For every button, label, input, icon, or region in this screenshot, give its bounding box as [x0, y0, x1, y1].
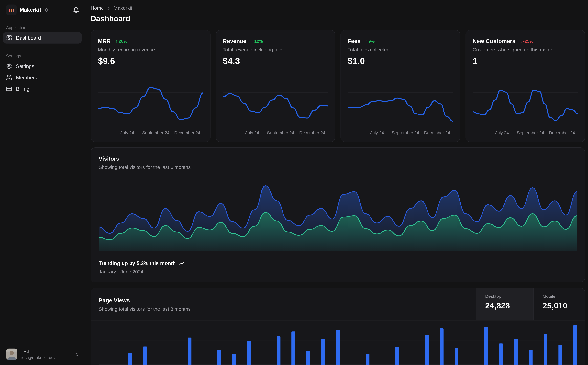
stat-card-value: $9.6 [98, 56, 203, 66]
page-title: Dashboard [91, 14, 585, 23]
trend-badge: ↓ -25% [520, 39, 533, 43]
stat-card-value: $4.3 [223, 56, 328, 66]
nav-group-label-application: Application [3, 25, 82, 30]
stat-card-sparkline [98, 81, 203, 126]
visitors-trend-text: Trending up by 5.2% this month [99, 260, 176, 266]
x-axis-tick: September 24 [392, 130, 419, 135]
chevron-right-icon [106, 6, 111, 10]
visitors-title: Visitors [99, 155, 577, 162]
x-axis-tick: July 24 [370, 130, 384, 135]
stat-card-fees: Fees ↑ 9% Total fees collected $1.0 July… [340, 30, 460, 142]
page-views-title: Page Views [99, 297, 468, 304]
credit-card-icon [6, 86, 12, 92]
bell-icon [73, 7, 79, 13]
page-views-card: Page Views Showing total visitors for th… [91, 288, 585, 365]
breadcrumb-home-link[interactable]: Home [91, 5, 104, 11]
visitors-header: Visitors Showing total visitors for the … [91, 148, 585, 177]
trending-up-icon [179, 260, 184, 266]
sparkline-x-axis: July 24 September 24 December 24 [98, 130, 203, 136]
stat-toggle-label: Mobile [543, 294, 581, 298]
x-axis-tick: July 24 [495, 130, 509, 135]
stat-card-sparkline [348, 81, 453, 126]
page-views-header: Page Views Showing total visitors for th… [91, 288, 585, 321]
stat-toggle-label: Desktop [485, 294, 529, 298]
stat-card-sparkline [473, 81, 578, 126]
trend-badge: ↑ 12% [251, 39, 263, 43]
chevrons-up-down-icon [44, 7, 49, 12]
sidebar-item-settings[interactable]: Settings [3, 61, 82, 72]
sidebar-item-dashboard[interactable]: Dashboard [3, 32, 82, 43]
breadcrumb: Home Makerkit [91, 5, 585, 11]
x-axis-tick: December 24 [424, 130, 450, 135]
nav-group-label-settings: Settings [3, 54, 82, 58]
x-axis-tick: September 24 [517, 130, 544, 135]
trend-badge: ↑ 20% [115, 39, 127, 43]
page-views-subtitle: Showing total visitors for the last 3 mo… [99, 306, 468, 312]
user-name: test [21, 349, 55, 354]
stat-card-description: Customers who signed up this month [473, 47, 578, 52]
trend-arrow-icon: ↑ [115, 39, 118, 43]
trend-value: -25% [523, 39, 533, 43]
trend-value: 20% [119, 39, 127, 43]
x-axis-tick: December 24 [174, 130, 201, 135]
visitors-chart [91, 177, 585, 252]
sidebar-item-label: Members [16, 75, 37, 80]
stat-card-title: MRR [98, 38, 111, 44]
nav-group-application: Dashboard [3, 32, 82, 43]
chevrons-up-down-icon [75, 352, 79, 356]
x-axis-tick: July 24 [245, 130, 259, 135]
page-views-stat-mobile[interactable]: Mobile 25,010 [533, 288, 585, 320]
trend-arrow-icon: ↑ [365, 39, 367, 43]
stat-card-description: Total fees collected [348, 47, 453, 52]
sidebar-item-billing[interactable]: Billing [3, 83, 82, 95]
visitors-card: Visitors Showing total visitors for the … [91, 147, 585, 282]
page-views-chart [91, 321, 585, 365]
workspace-selector[interactable]: m Makerkit [6, 5, 49, 15]
stat-card-new-customers: New Customers ↓ -25% Customers who signe… [465, 30, 585, 142]
trend-value: 9% [368, 39, 375, 43]
visitors-area-chart [99, 179, 577, 252]
makerkit-logo: m [6, 5, 17, 15]
sparkline-chart [98, 81, 203, 126]
stat-card-description: Monthly recurring revenue [98, 47, 203, 52]
x-axis-tick: December 24 [549, 130, 575, 135]
sparkline-x-axis: July 24 September 24 December 24 [348, 130, 453, 136]
stat-toggle-value: 25,010 [543, 301, 581, 310]
stat-card-title: Fees [348, 38, 360, 44]
stat-card-value: 1 [473, 56, 578, 66]
notifications-button[interactable] [73, 7, 79, 13]
sidebar-header: m Makerkit [0, 5, 85, 15]
user-menu[interactable]: test test@makerkit.dev [0, 344, 85, 365]
makerkit-logo-letter: m [8, 7, 14, 13]
user-meta: test test@makerkit.dev [21, 349, 55, 360]
sparkline-x-axis: July 24 September 24 December 24 [473, 130, 578, 136]
page-views-titles: Page Views Showing total visitors for th… [91, 288, 476, 320]
sidebar: m Makerkit Application Dashboard Setting… [0, 0, 85, 365]
stat-card-title: New Customers [473, 38, 515, 44]
page-views-stat-desktop[interactable]: Desktop 24,828 [476, 288, 533, 320]
stat-card-mrr: MRR ↑ 20% Monthly recurring revenue $9.6… [91, 30, 210, 142]
trend-arrow-icon: ↓ [520, 39, 522, 43]
x-axis-tick: September 24 [267, 130, 294, 135]
visitors-subtitle: Showing total visitors for the last 6 mo… [99, 164, 577, 170]
x-axis-tick: July 24 [120, 130, 134, 135]
stat-card-revenue: Revenue ↑ 12% Total revenue including fe… [215, 30, 335, 142]
x-axis-tick: December 24 [299, 130, 325, 135]
stat-toggle-value: 24,828 [485, 301, 529, 310]
sparkline-chart [223, 81, 328, 126]
sparkline-x-axis: July 24 September 24 December 24 [223, 130, 328, 136]
sidebar-item-label: Billing [16, 86, 29, 92]
layout-dashboard-icon [6, 35, 12, 41]
app-root: m Makerkit Application Dashboard Setting… [0, 0, 588, 365]
user-avatar [6, 348, 18, 360]
main-content: Home Makerkit Dashboard MRR ↑ 20% Monthl… [85, 0, 588, 365]
workspace-name: Makerkit [20, 7, 41, 13]
users-icon [6, 74, 12, 81]
visitors-footer: Trending up by 5.2% this month January -… [91, 251, 585, 282]
sidebar-item-members[interactable]: Members [3, 72, 82, 83]
sparkline-chart [473, 81, 578, 126]
sidebar-item-label: Settings [16, 63, 34, 69]
trend-arrow-icon: ↑ [251, 39, 253, 43]
stat-card-value: $1.0 [348, 56, 453, 66]
user-email: test@makerkit.dev [21, 355, 55, 359]
